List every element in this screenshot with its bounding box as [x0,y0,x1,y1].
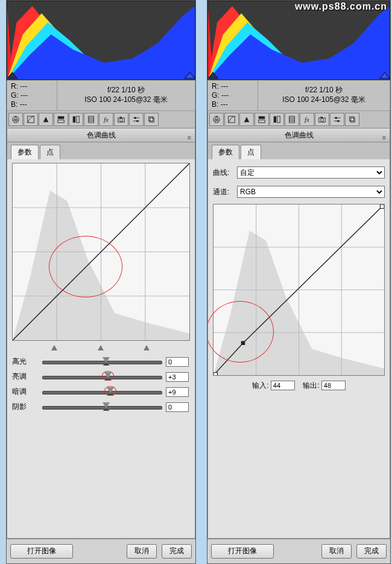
curve-select-row: 曲线: 自定 [213,166,385,179]
svg-rect-73 [380,204,384,209]
exif-readout: f/22 1/10 秒 ISO 100 24-105@32 毫米 [57,80,195,110]
slider-icon[interactable] [330,113,344,126]
histogram-svg [7,1,195,80]
split-v-icon[interactable] [270,113,284,126]
svg-rect-62 [350,117,354,121]
section-title-text: 色调曲线 [87,131,116,139]
aperture-icon[interactable] [8,113,23,126]
svg-marker-10 [43,117,49,122]
stack-icon[interactable] [345,113,359,126]
split-h-icon[interactable] [254,113,269,126]
tab-points[interactable]: 点 [241,145,261,159]
readout-g: G: --- [11,91,53,100]
info-row: R: --- G: --- B: --- f/22 1/10 秒 ISO 100… [7,80,195,111]
fx-icon[interactable]: fx [300,113,314,126]
curve-graph-point[interactable] [213,204,385,376]
param-lights: 亮调 [12,372,190,382]
curve-icon[interactable] [24,113,38,126]
tabs: 参数 点 [7,142,195,159]
done-button[interactable]: 完成 [162,544,192,559]
split-h-icon[interactable] [54,113,68,126]
film-icon[interactable] [84,113,98,126]
channel-label: 通道: [213,187,237,197]
channel-select[interactable]: RGB [237,186,385,198]
input-value[interactable] [271,381,295,390]
triangle-icon[interactable] [39,113,53,126]
section-title: 色调曲线 ≡ [7,128,195,142]
svg-rect-13 [73,116,75,123]
slider-icon[interactable] [129,113,144,126]
readout-r: R: --- [212,82,254,91]
value-highlight[interactable] [166,357,189,367]
svg-rect-47 [259,116,265,119]
stack-icon[interactable] [144,113,159,126]
tab-points[interactable]: 点 [40,145,60,159]
svg-rect-72 [241,341,245,345]
triangle-icon[interactable] [239,113,254,126]
svg-point-61 [337,120,340,122]
camera-icon[interactable] [315,113,329,126]
histogram [7,1,195,80]
readout-r: R: --- [11,82,53,91]
slider-lights[interactable] [42,373,162,381]
rgb-readout: R: --- G: --- B: --- [208,80,258,110]
film-icon[interactable] [285,113,299,126]
open-button[interactable]: 打开图像 [10,544,73,559]
cancel-button[interactable]: 取消 [127,544,157,559]
svg-rect-12 [58,120,65,122]
slider-highlight[interactable] [42,358,162,366]
bottom-bar: 打开图像 取消 完成 [207,539,390,563]
exif-line1: f/22 1/10 秒 [57,85,195,95]
svg-point-60 [335,117,338,119]
curve-graph-parametric[interactable] [12,163,190,341]
open-button[interactable]: 打开图像 [211,544,274,559]
input-label: 输入: [252,381,268,390]
svg-rect-14 [77,116,79,123]
exif-line1: f/22 1/10 秒 [258,85,390,95]
slider-shadow[interactable] [42,403,162,411]
section-title-text: 色调曲线 [285,131,314,139]
section-menu-icon[interactable]: ≡ [382,131,386,144]
done-button[interactable]: 完成 [356,544,387,559]
curve-select[interactable]: 自定 [237,166,385,179]
curve-icon[interactable] [224,113,239,126]
tabs: 参数 点 [207,142,390,159]
output-label: 输出: [303,381,319,390]
bottom-bar: 打开图像 取消 完成 [7,539,195,563]
tab-body-points: 曲线: 自定 通道: RGB [207,159,390,539]
split-v-icon[interactable] [69,113,83,126]
value-shadow[interactable] [166,402,189,412]
svg-point-24 [134,117,137,119]
svg-rect-50 [277,116,280,123]
svg-rect-21 [119,117,122,118]
exif-line2: ISO 100 24-105@32 毫米 [57,95,195,104]
param-highlight: 高光 [12,356,190,367]
io-row: 输入: 输出: [213,381,385,391]
cancel-button[interactable]: 取消 [321,544,352,559]
svg-rect-11 [58,116,65,119]
readout-g: G: --- [212,91,254,100]
camera-icon[interactable] [114,113,128,126]
histogram [207,1,390,80]
tab-params[interactable]: 参数 [212,145,239,159]
tab-params[interactable]: 参数 [11,145,39,159]
section-menu-icon[interactable]: ≡ [188,131,191,144]
readout-b: B: --- [11,100,53,109]
curve-label: 曲线: [213,168,237,178]
svg-point-20 [119,118,122,121]
output-value[interactable] [321,381,346,390]
region-handles[interactable] [12,341,190,353]
slider-darks[interactable] [42,388,162,396]
panel-parametric: R: --- G: --- B: --- f/22 1/10 秒 ISO 100… [6,0,196,564]
value-darks[interactable] [166,387,189,397]
histogram-svg [208,1,390,80]
label-highlight: 高光 [12,356,42,367]
exif-line2: ISO 100 24-105@32 毫米 [258,95,390,104]
aperture-icon[interactable] [209,113,224,126]
svg-point-25 [136,120,139,122]
value-lights[interactable] [166,372,189,382]
fx-icon[interactable]: fx [99,113,113,126]
svg-rect-26 [149,117,153,121]
svg-rect-45 [229,116,235,123]
label-darks: 暗调 [12,387,42,397]
